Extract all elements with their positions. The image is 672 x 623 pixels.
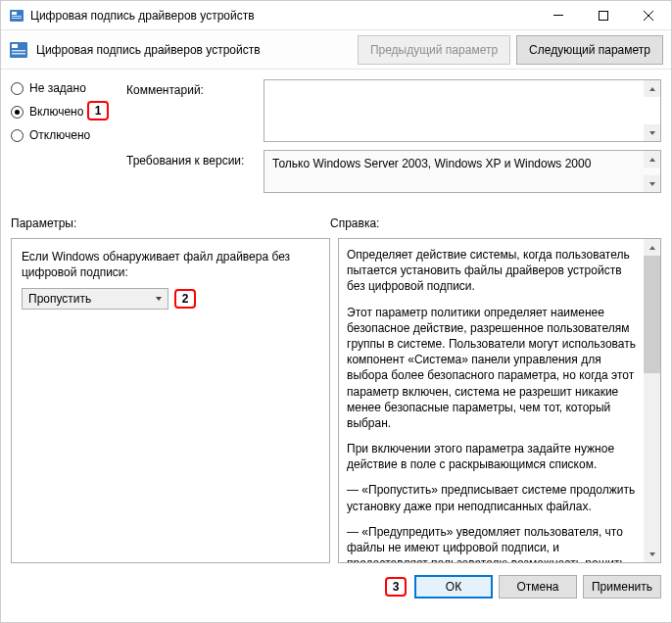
radio-label: Включено (29, 105, 83, 119)
callout-marker-2: 2 (174, 289, 196, 309)
scroll-up-icon[interactable] (644, 80, 660, 97)
radio-icon (11, 82, 24, 95)
combobox-value: Пропустить (23, 292, 150, 306)
window-title: Цифровая подпись драйверов устройств (30, 9, 536, 23)
radio-label: Отключено (29, 128, 90, 142)
scroll-up-icon[interactable] (644, 239, 660, 256)
svg-rect-9 (12, 44, 18, 48)
radio-label: Не задано (29, 81, 86, 95)
svg-marker-12 (649, 87, 655, 91)
requirements-box: Только Windows Server 2003, Windows XP и… (264, 150, 661, 193)
header-title: Цифровая подпись драйверов устройств (36, 43, 261, 57)
help-paragraph: Этот параметр политики определяет наимен… (347, 305, 637, 432)
svg-marker-14 (649, 158, 655, 162)
maximize-button[interactable] (581, 1, 626, 29)
help-paragraph: Определяет действие системы, когда польз… (347, 247, 637, 295)
help-section-label: Справка: (330, 216, 379, 230)
help-paragraph: — «Предупредить» уведомляет пользователя… (347, 524, 637, 563)
svg-marker-16 (156, 297, 162, 301)
help-text: Определяет действие системы, когда польз… (347, 247, 637, 563)
comment-label: Комментарий: (126, 79, 264, 142)
radio-enabled[interactable]: Включено 1 (11, 105, 126, 119)
scrollbar-thumb[interactable] (644, 256, 660, 373)
requirements-label: Требования к версии: (126, 150, 264, 193)
scrollbar[interactable] (644, 239, 660, 562)
radio-icon (11, 106, 24, 119)
scroll-down-icon[interactable] (644, 124, 660, 141)
svg-marker-15 (649, 182, 655, 186)
radio-icon (11, 129, 24, 142)
comment-textarea[interactable] (264, 79, 661, 142)
svg-marker-13 (649, 131, 655, 135)
callout-marker-1: 1 (87, 101, 109, 120)
dialog-footer: 3 ОК Отмена Применить (1, 569, 671, 604)
help-paragraph: — «Пропустить» предписывает системе прод… (347, 482, 637, 513)
help-panel: Определяет действие системы, когда польз… (338, 238, 661, 563)
header-strip: Цифровая подпись драйверов устройств Пре… (1, 30, 671, 70)
svg-rect-10 (12, 50, 25, 52)
next-setting-button[interactable]: Следующий параметр (516, 35, 663, 65)
help-paragraph: При включении этого параметра задайте ну… (347, 441, 637, 472)
scroll-down-icon[interactable] (644, 175, 660, 192)
close-button[interactable] (626, 1, 671, 29)
svg-rect-5 (600, 11, 608, 20)
action-combobox[interactable]: Пропустить (22, 288, 168, 310)
svg-rect-3 (12, 18, 22, 19)
radio-not-configured[interactable]: Не задано (11, 81, 126, 95)
policy-icon (9, 40, 28, 60)
svg-rect-11 (12, 53, 25, 55)
callout-marker-3: 3 (385, 577, 407, 597)
svg-rect-4 (553, 15, 563, 16)
cancel-button[interactable]: Отмена (499, 575, 577, 599)
parameters-panel: Если Windows обнаруживает файл драйвера … (11, 238, 330, 563)
param-option-label: Если Windows обнаруживает файл драйвера … (22, 249, 319, 280)
svg-rect-1 (12, 12, 17, 15)
parameters-section-label: Параметры: (11, 216, 330, 230)
radio-disabled[interactable]: Отключено (11, 128, 126, 142)
requirements-text: Только Windows Server 2003, Windows XP и… (264, 151, 660, 176)
ok-button[interactable]: ОК (414, 575, 493, 599)
minimize-button[interactable] (536, 1, 581, 29)
chevron-down-icon (150, 289, 168, 309)
app-icon (9, 8, 24, 24)
svg-rect-2 (12, 16, 22, 17)
scroll-down-icon[interactable] (644, 546, 660, 562)
svg-marker-17 (649, 246, 655, 250)
svg-marker-18 (649, 552, 655, 556)
scroll-up-icon[interactable] (644, 151, 660, 168)
prev-setting-button: Предыдущий параметр (358, 35, 510, 65)
title-bar: Цифровая подпись драйверов устройств (1, 1, 671, 30)
apply-button[interactable]: Применить (583, 575, 661, 599)
